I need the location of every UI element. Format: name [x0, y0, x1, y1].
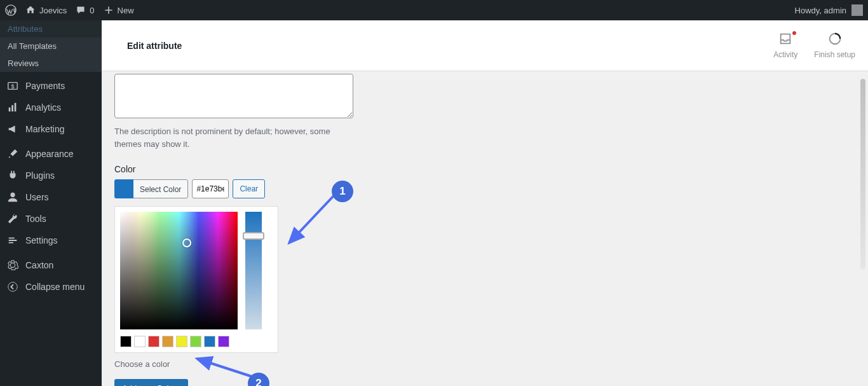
- annotation-badge-1: 1: [332, 181, 353, 202]
- user-icon: [6, 191, 19, 203]
- sidebar-item-label: Appearance: [25, 149, 74, 159]
- sidebar-sub-reviews[interactable]: Reviews: [0, 55, 102, 72]
- sidebar-item-caxton[interactable]: Caxton: [0, 254, 102, 276]
- preset-orange[interactable]: [162, 336, 173, 347]
- preset-red[interactable]: [148, 336, 159, 347]
- sliders-icon: [6, 235, 19, 246]
- saturation-picker[interactable]: [120, 212, 238, 329]
- chevron-left-icon: [6, 281, 19, 293]
- description-help: The description is not prominent by defa…: [114, 125, 353, 150]
- add-new-colors-button[interactable]: Add new Colors: [114, 379, 188, 386]
- svg-point-7: [8, 282, 17, 291]
- wp-logo[interactable]: [5, 4, 17, 16]
- avatar[interactable]: [851, 4, 863, 16]
- saturation-indicator[interactable]: [182, 238, 191, 247]
- preset-white[interactable]: [134, 336, 146, 347]
- plus-icon: [104, 5, 114, 15]
- wrench-icon: [6, 213, 19, 224]
- select-color-label: Select Color: [133, 179, 188, 198]
- sidebar-item-label: Caxton: [25, 260, 53, 270]
- admin-sidebar: Attributes All Templates Reviews $ Payme…: [0, 20, 102, 386]
- notification-dot: [792, 31, 796, 35]
- svg-point-6: [10, 193, 15, 197]
- finish-label: Finish setup: [814, 50, 855, 59]
- sidebar-sub-attributes[interactable]: Attributes: [0, 20, 102, 38]
- gear-icon: [6, 259, 19, 271]
- collapse-menu[interactable]: Collapse menu: [0, 276, 102, 298]
- sidebar-item-settings[interactable]: Settings: [0, 230, 102, 251]
- sidebar-item-label: Marketing: [25, 124, 64, 134]
- scrollbar[interactable]: [860, 79, 865, 270]
- megaphone-icon: [6, 123, 19, 135]
- hue-slider[interactable]: [245, 212, 262, 329]
- preset-colors: [120, 336, 273, 347]
- progress-icon: [814, 32, 855, 49]
- sidebar-item-analytics[interactable]: Analytics: [0, 97, 102, 118]
- bars-icon: [6, 102, 19, 113]
- finish-setup-button[interactable]: Finish setup: [814, 32, 855, 59]
- color-label: Color: [114, 164, 445, 174]
- sidebar-item-label: Payments: [25, 81, 65, 91]
- sidebar-item-plugins[interactable]: Plugins: [0, 165, 102, 186]
- preset-green[interactable]: [190, 336, 201, 347]
- sidebar-item-label: Settings: [25, 235, 58, 245]
- howdy-text[interactable]: Howdy, admin: [795, 6, 846, 15]
- preset-purple[interactable]: [218, 336, 229, 347]
- svg-rect-3: [9, 107, 11, 111]
- admin-toolbar: Joevics 0 New Howdy, admin: [0, 0, 868, 20]
- brush-icon: [6, 148, 19, 160]
- main-content: Edit attribute Activity Finish setup The…: [102, 20, 868, 386]
- clear-color-button[interactable]: Clear: [233, 179, 265, 198]
- inbox-icon: [773, 32, 797, 49]
- new-label: New: [118, 6, 134, 15]
- sidebar-item-appearance[interactable]: Appearance: [0, 143, 102, 165]
- color-picker: [114, 206, 278, 353]
- comment-icon: [76, 5, 86, 15]
- svg-text:$: $: [11, 83, 14, 90]
- sidebar-item-tools[interactable]: Tools: [0, 208, 102, 230]
- activity-button[interactable]: Activity: [773, 32, 797, 59]
- new-link[interactable]: New: [104, 5, 134, 15]
- description-textarea[interactable]: [114, 74, 353, 118]
- sidebar-item-label: Plugins: [25, 170, 55, 181]
- preset-blue[interactable]: [204, 336, 215, 347]
- svg-rect-5: [15, 103, 17, 112]
- dollar-icon: $: [6, 80, 19, 92]
- color-swatch: [114, 179, 133, 198]
- preset-black[interactable]: [120, 336, 132, 347]
- svg-rect-4: [11, 105, 13, 111]
- hue-handle[interactable]: [243, 232, 264, 240]
- sidebar-item-label: Users: [25, 192, 49, 202]
- sidebar-item-users[interactable]: Users: [0, 186, 102, 208]
- page-title: Edit attribute: [127, 41, 182, 51]
- choose-color-label: Choose a color: [114, 359, 445, 369]
- sidebar-item-marketing[interactable]: Marketing: [0, 118, 102, 140]
- sidebar-sub-templates[interactable]: All Templates: [0, 38, 102, 55]
- plug-icon: [6, 170, 19, 181]
- home-icon: [25, 5, 36, 15]
- comments-link[interactable]: 0: [76, 5, 94, 15]
- activity-label: Activity: [773, 50, 797, 59]
- preset-yellow[interactable]: [176, 336, 187, 347]
- sidebar-item-label: Collapse menu: [25, 282, 85, 292]
- color-hex-input[interactable]: [192, 179, 229, 198]
- select-color-button[interactable]: Select Color: [114, 179, 188, 198]
- site-link[interactable]: Joevics: [25, 5, 67, 15]
- sidebar-item-payments[interactable]: $ Payments: [0, 75, 102, 97]
- page-header: Edit attribute Activity Finish setup: [102, 20, 868, 71]
- sidebar-item-label: Tools: [25, 214, 46, 224]
- sidebar-item-label: Analytics: [25, 102, 61, 113]
- comments-count: 0: [90, 6, 94, 15]
- site-name: Joevics: [39, 6, 67, 15]
